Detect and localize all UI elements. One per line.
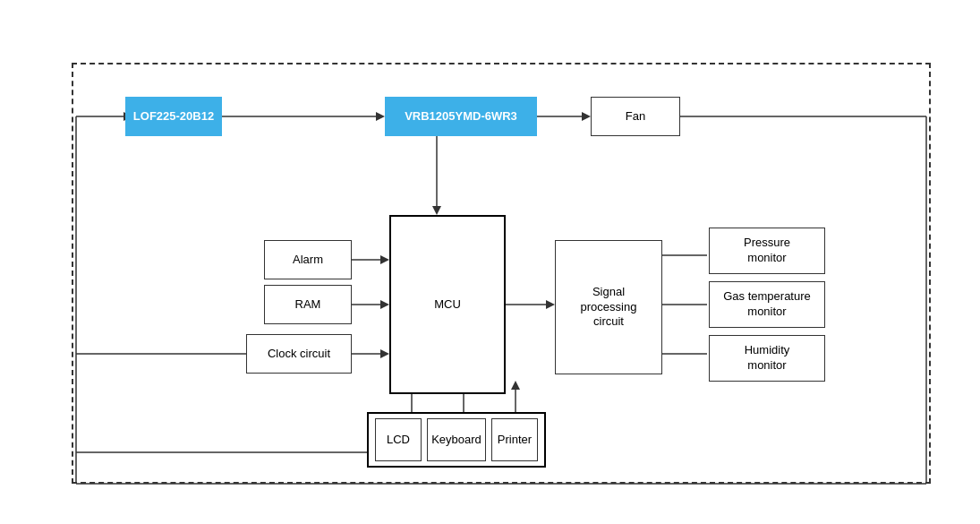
mcu-block: MCU [389,215,506,394]
vrb-block: VRB1205YMD-6WR3 [385,97,537,136]
ram-block: RAM [264,285,352,324]
lof-block: LOF225-20B12 [125,97,222,136]
signal-block: Signal processing circuit [555,240,662,374]
pressure-block: Pressure monitor [709,228,825,274]
keyboard-block: Keyboard [427,418,486,461]
alarm-block: Alarm [264,240,352,279]
lcd-block: LCD [375,418,422,461]
bottom-group: LCD Keyboard Printer [367,412,546,468]
clock-block: Clock circuit [246,334,352,374]
diagram-container: LOF225-20B12 VRB1205YMD-6WR3 Fan Alarm R… [27,27,953,497]
printer-block: Printer [491,418,538,461]
gas-temp-block: Gas temperature monitor [709,281,825,328]
fan-block: Fan [591,97,680,136]
humidity-block: Humidity monitor [709,335,825,382]
